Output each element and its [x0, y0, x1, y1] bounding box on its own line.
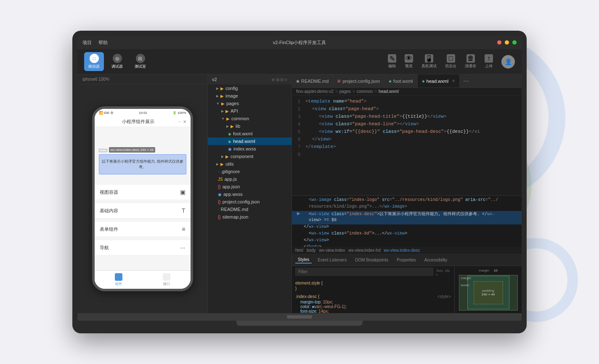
list-item-form[interactable]: 表单组件 ≡	[95, 221, 191, 237]
breadcrumb-pages: pages	[339, 89, 351, 94]
html-source-area: <wx-image class="index-logo" src="../res…	[292, 196, 522, 247]
menu-item-project[interactable]: 项目	[82, 40, 92, 46]
tree-item-head-wxml[interactable]: ◈ head.wxml	[208, 137, 292, 145]
device-label: iphone6 100%	[77, 74, 207, 84]
nav-item-components[interactable]: 组件	[95, 272, 143, 287]
tree-item-utils[interactable]: ▶ ▶ utils	[208, 160, 292, 168]
list-item-basic[interactable]: 基础内容 T	[95, 203, 191, 219]
list-item-views[interactable]: 视图容器 ▣	[95, 184, 191, 200]
edit-icon: ✎	[388, 54, 396, 63]
path-wx-view-index[interactable]: wx-view.index	[319, 248, 345, 253]
simulator-button[interactable]: □ 模拟器	[84, 52, 104, 71]
style-selector-index-desc: .index-desc { <style>	[295, 294, 451, 299]
tree-item-readme-md[interactable]: · README.md	[208, 206, 292, 213]
tree-root-label: v2	[212, 77, 217, 82]
style-prop-color: color: ■var(--weui-FG-1);	[295, 304, 451, 309]
tree-item-api[interactable]: ▶ ▶ API	[208, 107, 292, 115]
line-content-6: </view>	[305, 137, 331, 142]
tree-item-sitemap-json[interactable]: {} sitemap.json	[208, 213, 292, 221]
file-tree-items: ▶ ▶ config ▶ ▶ image ▼ ▶ pages ▶ ▶ API ▼…	[208, 84, 292, 221]
styles-filter-input[interactable]	[295, 268, 433, 276]
tree-item-index-wxss[interactable]: ◉ index.wxss	[208, 145, 292, 153]
device-preview-panel: iphone6 100% 📶 IDE 令 10:01 🔋 100% 小程序组件展…	[77, 74, 208, 313]
tab-foot-wxml[interactable]: ◈ foot.wxml	[384, 74, 417, 87]
code-area: 1 <template name="head"> 2 <view class="…	[292, 95, 522, 195]
testroom-icon: 出	[136, 54, 145, 63]
line-content-2: <view class="page-head">	[305, 106, 379, 111]
maximize-button[interactable]	[512, 40, 517, 45]
filter-hint: :hov .cls +	[436, 269, 451, 277]
phone-menu-dots[interactable]: ···	[178, 119, 181, 124]
tree-item-project-config-json[interactable]: {} project.config.json	[208, 198, 292, 206]
menu-bar: 项目 帮助	[82, 40, 108, 46]
tree-item-config[interactable]: ▶ ▶ config	[208, 84, 292, 92]
code-line-8: 8	[292, 152, 522, 159]
tree-item-common[interactable]: ▼ ▶ common	[208, 115, 292, 122]
style-source-1: <style>	[437, 294, 451, 299]
line-num-8: 8	[292, 152, 305, 157]
close-button[interactable]	[497, 40, 501, 45]
editor-tabs: ◉ README.md ⊞ project.config.json ◈ foot…	[292, 74, 522, 88]
clear-cache-label: 清缓存	[465, 63, 476, 69]
styles-panel: :hov .cls + element.style { }	[292, 266, 522, 314]
background-action[interactable]: □ 切后台	[445, 54, 456, 69]
tree-item-image[interactable]: ▶ ▶ image	[208, 92, 292, 100]
tab-readme[interactable]: ◉ README.md	[292, 74, 333, 87]
tree-item-app-js[interactable]: JS app.js	[208, 175, 292, 183]
path-wx-view-desc[interactable]: wx-view.index-desc	[384, 248, 420, 253]
line-num-1: 1	[292, 99, 305, 104]
toolbar-mode-buttons: □ 模拟器 ◎ 调试器 出 测试室	[84, 52, 150, 71]
clear-cache-icon: 🗑	[466, 54, 475, 63]
clear-cache-action[interactable]: 🗑 清缓存	[465, 54, 476, 69]
box-model-diagram: margin border padding 240 × 44	[459, 275, 518, 311]
style-rule-index-desc: .index-desc { <style> margin-top: 10px; …	[295, 294, 451, 314]
tree-item--gitignore[interactable]: · .gitignore	[208, 168, 292, 175]
path-body[interactable]: body	[307, 248, 316, 253]
devtools-tab-props[interactable]: Properties	[394, 257, 419, 263]
nav-components-label: 组件	[115, 282, 122, 286]
tree-item-foot-wxml[interactable]: ◈ foot.wxml	[208, 130, 292, 137]
tree-item-app-json[interactable]: {} app.json	[208, 183, 292, 190]
tree-item-app-wxss[interactable]: ◉ app.wxss	[208, 190, 292, 198]
dom-panel: <wx-image class="index-logo" src="../res…	[292, 195, 522, 313]
debugger-label: 调试器	[111, 64, 123, 69]
devtools-tab-accessibility[interactable]: Accessibility	[422, 257, 450, 263]
path-html[interactable]: html	[295, 248, 303, 253]
avatar[interactable]: 👤	[501, 55, 515, 69]
line-num-2: 2	[292, 106, 305, 111]
nav-api-icon	[163, 273, 170, 281]
tree-item-pages[interactable]: ▼ ▶ pages	[208, 100, 292, 107]
list-item-nav[interactable]: 导航 ···	[95, 240, 191, 256]
minimize-button[interactable]	[505, 40, 509, 45]
testroom-button[interactable]: 出 测试室	[130, 52, 150, 71]
tree-item-component[interactable]: ▶ ▶ component	[208, 153, 292, 160]
tree-item-lib[interactable]: ▶ ▶ lib	[208, 122, 292, 130]
devtools-tab-event[interactable]: Event Listeners	[315, 257, 349, 263]
phone-bottom-nav: 组件 接口	[95, 270, 191, 289]
tab-close-icon[interactable]: ✕	[452, 79, 455, 83]
nav-item-api[interactable]: 接口	[143, 272, 191, 287]
upload-action[interactable]: ↑ 上传	[485, 54, 493, 69]
debugger-button[interactable]: ◎ 调试器	[107, 52, 127, 71]
box-padding-label: padding	[482, 289, 495, 293]
nav-components-icon	[115, 273, 122, 281]
breadcrumb-file: head.wxml	[379, 89, 399, 94]
code-line-2: 2 <view class="page-head">	[292, 106, 522, 114]
phone-close-btn[interactable]: ✕	[183, 119, 186, 124]
preview-action[interactable]: 👁 预览	[405, 54, 413, 69]
tab-project-config[interactable]: ⊞ project.config.json	[333, 74, 384, 87]
tab-more-button[interactable]: ···	[460, 77, 472, 85]
devtools-tab-dom[interactable]: DOM Breakpoints	[353, 257, 391, 263]
code-line-5: 5 <view wx:if="{{desc}}" class="page-hea…	[292, 129, 522, 137]
element-text: 以下将展示小程序官方组件能力, 组件样式仅供参考。	[102, 159, 183, 169]
edit-action[interactable]: ✎ 编辑	[388, 54, 396, 69]
phone-frame: 📶 IDE 令 10:01 🔋 100% 小程序组件展示 ··· ✕	[92, 106, 193, 291]
device-debug-action[interactable]: 📱 真机调试	[421, 54, 437, 69]
preview-icon: 👁	[405, 54, 413, 63]
box-model-margin-label: margin 10	[479, 269, 497, 272]
path-wx-view-hd[interactable]: wx-view.index-hd	[348, 248, 380, 253]
tab-head-wxml[interactable]: ◈ head.wxml ✕	[418, 74, 460, 87]
tab-project-config-label: project.config.json	[342, 79, 380, 84]
devtools-tab-styles[interactable]: Styles	[295, 256, 312, 264]
menu-item-help[interactable]: 帮助	[98, 40, 108, 46]
